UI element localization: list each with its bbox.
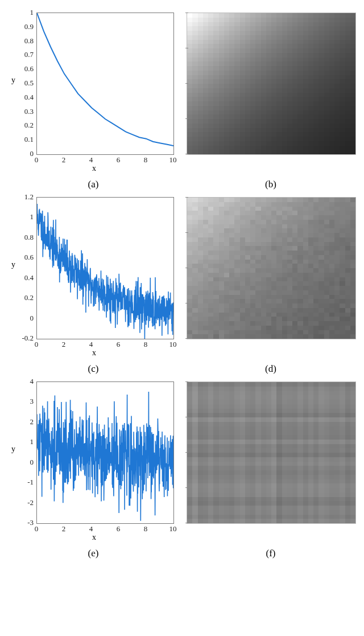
caption-a: (a) [88, 179, 99, 190]
plot-e: -3-2-1012340246810 y x [8, 378, 179, 543]
cell-d: (d) [185, 194, 356, 375]
plot-c-line [37, 198, 173, 339]
row-2: -0.200.20.40.60.811.20246810 y x (c) (d) [8, 194, 356, 375]
heatmap-b-grid [187, 13, 356, 155]
plot-a-axes [36, 13, 174, 155]
cell-a: 00.10.20.30.40.50.60.70.80.910246810 y x… [8, 9, 179, 190]
plot-c-ylabel: y [11, 260, 15, 269]
plot-c-xlabel: x [92, 348, 96, 358]
plot-a-line [37, 13, 173, 154]
plot-e-axes [36, 381, 174, 524]
heatmap-d-grid [187, 197, 356, 339]
plot-a-ylabel: y [11, 76, 15, 85]
plot-e-line [37, 382, 173, 523]
cell-b: (b) [185, 9, 356, 190]
plot-c: -0.200.20.40.60.811.20246810 y x [8, 194, 179, 359]
plot-e-xlabel: x [92, 533, 96, 542]
figure-page: 00.10.20.30.40.50.60.70.80.910246810 y x… [0, 0, 364, 636]
plot-a-xlabel: x [92, 164, 96, 173]
cell-c: -0.200.20.40.60.811.20246810 y x (c) [8, 194, 179, 375]
heatmap-b [185, 9, 356, 174]
cell-f: (f) [185, 378, 356, 559]
plot-e-ylabel: y [11, 445, 15, 454]
heatmap-f-grid [187, 381, 356, 524]
caption-b: (b) [265, 179, 276, 190]
row-1: 00.10.20.30.40.50.60.70.80.910246810 y x… [8, 9, 356, 190]
plot-c-axes [36, 197, 174, 339]
heatmap-d [185, 194, 356, 359]
caption-f: (f) [266, 548, 276, 559]
row-3: -3-2-1012340246810 y x (e) (f) [8, 378, 356, 559]
heatmap-f [185, 378, 356, 543]
plot-a: 00.10.20.30.40.50.60.70.80.910246810 y x [8, 9, 179, 174]
caption-c: (c) [88, 363, 99, 375]
caption-e: (e) [88, 548, 99, 559]
caption-d: (d) [265, 363, 276, 375]
cell-e: -3-2-1012340246810 y x (e) [8, 378, 179, 559]
